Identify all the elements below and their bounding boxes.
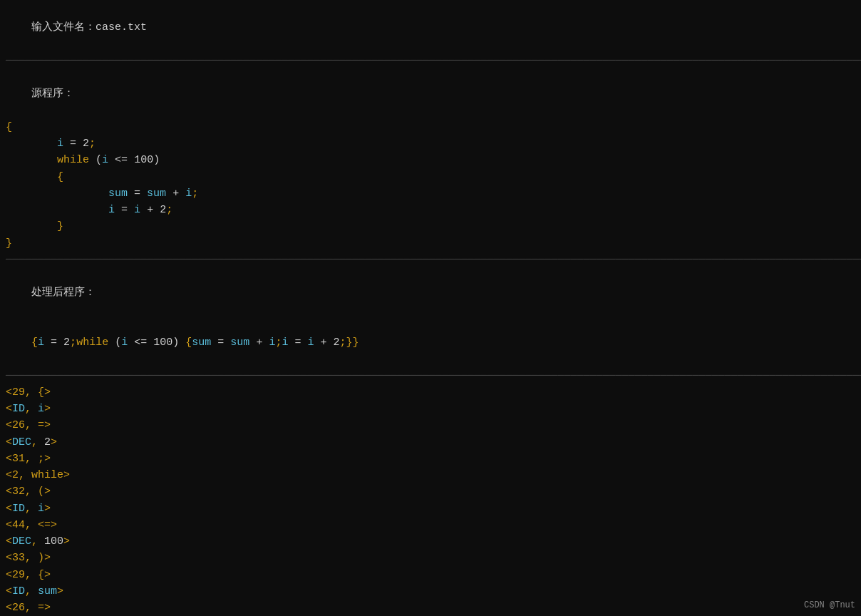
token-3: <DEC, 2> (6, 434, 855, 451)
source-line-3: { (6, 169, 855, 185)
input-filename-line: 输入文件名：case.txt (6, 3, 855, 53)
source-line-2: while (i <= 100) (6, 152, 855, 168)
processed-code-line: {i = 2;while (i <= 100) {sum = sum + i;i… (6, 318, 855, 368)
token-8: <44, <=> (6, 517, 855, 533)
token-10: <33, )> (6, 550, 855, 566)
separator-1: ────────────────────────────────────────… (6, 53, 855, 69)
source-line-7: } (6, 235, 855, 252)
source-line-4: sum = sum + i; (6, 185, 855, 202)
separator-3: ────────────────────────────────────────… (6, 368, 855, 384)
input-label: 输入文件名：case.txt (31, 21, 147, 34)
token-0: <29, {> (6, 384, 855, 401)
separator-2: ────────────────────────────────────────… (6, 252, 855, 268)
source-line-6: } (6, 218, 855, 235)
processed-label: 处理后程序： (6, 268, 855, 318)
source-line-0: { (6, 119, 855, 135)
token-1: <ID, i> (6, 401, 855, 417)
token-7: <ID, i> (6, 500, 855, 517)
token-12: <ID, sum> (6, 583, 855, 600)
source-line-5: i = i + 2; (6, 202, 855, 218)
token-2: <26, => (6, 417, 855, 433)
token-13: <26, => (6, 600, 855, 616)
source-line-1: i = 2; (6, 135, 855, 152)
token-9: <DEC, 100> (6, 533, 855, 550)
watermark: CSDN @Tnut (804, 600, 855, 610)
token-4: <31, ;> (6, 451, 855, 467)
source-label: 源程序： (6, 69, 855, 119)
token-5: <2, while> (6, 467, 855, 483)
token-11: <29, {> (6, 567, 855, 583)
terminal-window: 输入文件名：case.txt ─────────────────────────… (0, 0, 861, 616)
token-6: <32, (> (6, 483, 855, 500)
